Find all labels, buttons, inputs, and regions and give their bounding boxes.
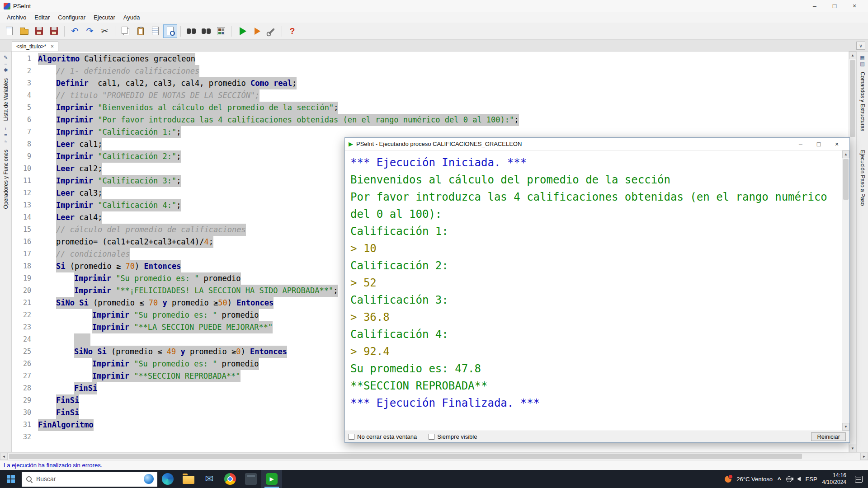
scroll-up-icon[interactable]: ▲ [849,52,856,59]
taskbar-app-app-window[interactable] [241,470,261,488]
tab-sin-titulo[interactable]: <sin_titulo>* × [12,42,58,51]
close-button[interactable]: × [844,0,864,12]
equals-icon[interactable]: = [4,133,7,138]
find-button[interactable] [184,24,198,38]
code-line-2[interactable]: 2// 1- definiendo calificaciones [12,65,849,77]
tray-expand-icon[interactable]: ^ [778,476,781,483]
vertical-scroll-thumb[interactable] [850,60,855,137]
panel-comandos-y-estructuras[interactable]: Comandos y Estructuras [859,72,866,131]
action-center-icon[interactable] [855,476,863,483]
minimize-button[interactable]: – [805,0,825,12]
menu-configurar[interactable]: Configurar [54,13,90,22]
console-scroll-down-icon[interactable]: ▼ [842,423,849,431]
code-line-3[interactable]: 3Definir cal1, cal2, cal3, cal4, promedi… [12,77,849,89]
line-number: 20 [12,285,38,297]
network-icon[interactable] [786,476,792,482]
option-no-cerrar[interactable]: No cerrar esta ventana [349,433,417,440]
code-line-6[interactable]: 6Imprimir "Por favor introduzca las 4 ca… [12,114,849,126]
volume-icon[interactable] [797,477,801,481]
vertical-scroll-track[interactable] [849,59,856,445]
line-content: // condicionales [38,248,130,260]
checkbox-icon[interactable] [429,434,434,440]
save-button[interactable] [32,24,46,38]
language-indicator[interactable]: ESP [806,476,817,483]
help-button[interactable]: ? [285,24,299,38]
code-line-1[interactable]: 1Algoritmo Calificaciones_graceleon [12,53,849,65]
undo-button[interactable]: ↶ [68,24,82,38]
execution-title-bar[interactable]: ▶ PSeInt - Ejecutando proceso CALIFICACI… [345,138,849,150]
panel-lista-de-variables[interactable]: Lista de Variables [3,78,9,121]
menu-archivo[interactable]: Archivo [3,13,30,22]
star-icon[interactable]: ✱ [4,68,8,73]
replace-button[interactable] [199,24,213,38]
console-scroll-up-icon[interactable]: ▲ [842,150,849,158]
horizontal-scroll-thumb[interactable] [9,454,802,459]
menu-ayuda[interactable]: Ayuda [119,13,144,22]
indent-button[interactable] [148,24,162,38]
panel-operadores-y-funciones[interactable]: Operadores y Funciones [3,150,9,209]
checkbox-icon[interactable] [349,434,354,440]
weather-icon[interactable] [725,476,731,483]
list-icon[interactable]: ≡ [4,61,7,66]
editor-horizontal-scrollbar[interactable]: ◄ ► [0,452,868,460]
execution-close-button[interactable]: × [828,138,846,150]
scroll-down-icon[interactable]: ▼ [849,445,856,452]
console-scroll-thumb[interactable] [843,159,849,200]
redo-button[interactable]: ↷ [83,24,97,38]
save-as-button[interactable] [47,24,61,38]
maximize-button[interactable]: □ [825,0,844,12]
menu-ejecutar[interactable]: Ejecutar [90,13,119,22]
scroll-right-icon[interactable]: ► [860,453,868,460]
console-scrollbar[interactable]: ▲ ▼ [842,150,849,431]
horizontal-scroll-track[interactable] [8,453,860,460]
code-line-5[interactable]: 5Imprimir "Bienvenidos al cálculo del pr… [12,102,849,114]
panel-ejecucion-paso-a-paso[interactable]: Ejecución Paso a Paso [859,150,866,206]
chevron-down-icon: ∨ [859,43,863,49]
line-number: 31 [12,419,38,431]
grid-icon[interactable]: ▦ [860,55,864,60]
menu-editar[interactable]: Editar [30,13,54,22]
run-button[interactable] [235,24,249,38]
approx-icon[interactable]: ≈ [4,139,7,144]
execution-window[interactable]: ▶ PSeInt - Ejecutando proceso CALIFICACI… [344,137,850,443]
weather-text[interactable]: 26°C Ventoso [736,476,773,483]
copy-button[interactable] [118,24,132,38]
restart-button[interactable]: Reiniciar [811,432,846,441]
taskbar-app-edge[interactable] [157,470,178,488]
execution-minimize-button[interactable]: – [792,138,810,150]
taskbar-app-chrome[interactable] [220,470,241,488]
plus-icon[interactable]: + [4,127,7,131]
cut-button[interactable]: ✂ [98,24,112,38]
search-highlight-icon[interactable] [144,474,154,484]
line-content: Imprimir "Bienvenidos al cálculo del pro… [38,102,338,114]
taskbar-app-pseint[interactable]: ▶ [261,470,282,488]
flowchart-button[interactable] [214,24,228,38]
taskbar-app-file-explorer[interactable] [178,470,199,488]
replace-icon [201,28,211,34]
code-line-7[interactable]: 7Imprimir "Calificación 1:"; [12,126,849,138]
new-file-button[interactable] [2,24,16,38]
pencil-icon[interactable]: ✎ [4,55,8,60]
tab-list-dropdown[interactable]: ∨ [856,42,865,50]
rows-icon[interactable]: ▤ [860,61,864,66]
line-content: FinSi [38,382,97,394]
undo-icon: ↶ [71,27,79,35]
taskbar-app-mail[interactable]: ✉ [199,470,220,488]
open-file-button[interactable] [17,24,31,38]
step-run-button[interactable] [250,24,264,38]
option-siempre-visible[interactable]: Siempre visible [429,433,477,440]
start-button[interactable] [0,470,22,488]
tools-button[interactable] [264,24,278,38]
line-text: Si (promedio ≥ 70) Entonces [56,260,181,272]
execution-maximize-button[interactable]: □ [810,138,828,150]
find-in-page-button[interactable] [163,24,177,38]
paste-button[interactable] [133,24,147,38]
scroll-left-icon[interactable]: ◄ [0,453,8,460]
tab-close-icon[interactable]: × [51,44,54,49]
title-bar[interactable]: PSeInt – □ × [0,0,868,12]
code-line-4[interactable]: 4// titulo "PROMEDIO DE NOTAS DE LA SECC… [12,89,849,102]
clock[interactable]: 14:16 4/10/2024 [822,472,846,486]
new-file-icon [6,27,13,35]
taskbar-search[interactable]: Buscar [22,472,157,487]
line-number: 17 [12,248,38,260]
